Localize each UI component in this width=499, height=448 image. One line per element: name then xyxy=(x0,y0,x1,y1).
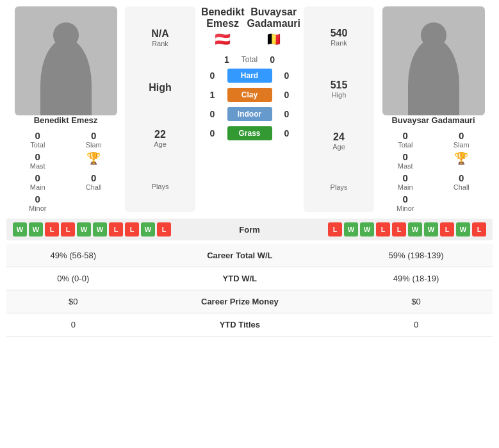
indoor-score-p1: 0 xyxy=(203,109,222,119)
stats-row: 0% (0-0) YTD W/L 49% (18-19) xyxy=(6,267,493,290)
stats-row: 49% (56-58) Career Total W/L 59% (198-13… xyxy=(6,244,493,267)
player1-plays-label: Plays xyxy=(152,183,169,190)
player1-rank-label: Rank xyxy=(151,40,169,47)
stats-table: 49% (56-58) Career Total W/L 59% (198-13… xyxy=(6,244,493,336)
player1-chall-label: Chall xyxy=(86,183,102,191)
player1-main-cell: 0 Main xyxy=(13,172,63,191)
stat-label-cell: YTD W/L xyxy=(140,267,340,290)
player2-avatar xyxy=(382,6,485,115)
stats-row: $0 Career Prize Money $0 xyxy=(6,290,493,313)
player1-slam-label: Slam xyxy=(86,141,102,149)
stat-p1-val: $0 xyxy=(6,290,140,313)
player2-slam-cell: 0 Slam xyxy=(437,130,487,149)
player2-age-label: Age xyxy=(332,143,345,151)
player1-age-label: Age xyxy=(154,140,167,148)
player1-total-value: 0 xyxy=(35,130,40,141)
form-badge-p2: L xyxy=(376,222,390,236)
player1-chall-value: 0 xyxy=(91,172,96,183)
stat-p1-val: 0 xyxy=(6,313,140,336)
player2-age-value: 24 xyxy=(332,131,345,143)
total-score-p1: 1 xyxy=(217,54,236,65)
grass-badge: Grass xyxy=(227,126,272,140)
player2-minor-value: 0 xyxy=(403,194,408,204)
stat-label-cell: YTD Titles xyxy=(140,313,340,336)
player2-name: Buvaysar Gadamauri xyxy=(391,115,475,125)
stat-p2-val: 0 xyxy=(339,313,493,336)
trophy-icon-2: 🏆 xyxy=(454,151,468,165)
clay-score-p2: 0 xyxy=(277,90,297,100)
player1-main-label: Main xyxy=(30,183,45,191)
player2-mast-cell: 0 Mast xyxy=(380,151,430,170)
player2-card: Buvaysar Gadamauri 0 Total 0 Slam 0 Mast… xyxy=(374,6,493,212)
form-section: WWLLWWLLWL Form LWWLLWWLWL xyxy=(6,219,493,240)
player1-rank-stat: N/A Rank xyxy=(151,28,169,47)
p1-center-name: Benedikt Emesz xyxy=(199,6,247,29)
player1-high-stat: High xyxy=(149,82,172,94)
form-badge-p1: W xyxy=(13,222,27,236)
player1-mast-cell: 0 Mast xyxy=(13,151,63,170)
hard-score-p2: 0 xyxy=(277,71,297,81)
player2-minor-cell: 0 Minor xyxy=(380,194,430,212)
player2-total-value: 0 xyxy=(403,130,408,141)
player1-minor-label: Minor xyxy=(29,204,47,212)
form-badge-p2: L xyxy=(328,222,342,236)
form-badge-p2: L xyxy=(392,222,406,236)
player1-name: Benedikt Emesz xyxy=(34,115,98,125)
player2-total-cell: 0 Total xyxy=(380,130,430,149)
player1-chall-cell: 0 Chall xyxy=(69,172,119,191)
player1-plays-stat: Plays xyxy=(152,183,169,190)
surface-rows: 0 Hard 0 1 Clay 0 0 Indoor 0 0 Grass xyxy=(199,69,300,140)
player2-middle-stats: 540 Rank 515 High 24 Age Plays xyxy=(304,6,374,212)
player1-total-cell: 0 Total xyxy=(13,130,63,149)
indoor-badge: Indoor xyxy=(227,107,272,121)
p1-flag: 🇦🇹 xyxy=(199,31,247,47)
form-badge-p1: W xyxy=(141,222,155,236)
players-section: Benedikt Emesz 0 Total 0 Slam 0 Mast 🏆 xyxy=(6,6,493,212)
player2-minor-label: Minor xyxy=(397,204,414,212)
player1-trophy-main: 🏆 xyxy=(69,151,119,170)
stats-row: 0 YTD Titles 0 xyxy=(6,313,493,336)
player2-chall-label: Chall xyxy=(454,183,470,191)
form-badge-p2: W xyxy=(408,222,422,236)
player1-mast-label: Mast xyxy=(30,162,45,170)
player1-high-value: High xyxy=(149,82,172,94)
trophy-icon-1: 🏆 xyxy=(86,151,101,165)
player2-age-stat: 24 Age xyxy=(332,131,345,151)
player1-slam-cell: 0 Slam xyxy=(69,130,119,149)
center-comparison: Benedikt Emesz 🇦🇹 Buvaysar Gadamauri 🇧🇪 … xyxy=(195,6,304,212)
match-container: Benedikt Emesz 0 Total 0 Slam 0 Mast 🏆 xyxy=(0,0,499,343)
grass-score-p2: 0 xyxy=(277,128,297,138)
player2-plays-label: Plays xyxy=(331,183,348,191)
player2-rank-value: 540 xyxy=(331,28,348,39)
player1-form: WWLLWWLLWL xyxy=(13,222,211,236)
stat-p1-val: 49% (56-58) xyxy=(6,244,140,267)
clay-score-p1: 1 xyxy=(203,90,222,100)
player1-minor-cell: 0 Minor xyxy=(13,194,63,212)
form-badge-p1: L xyxy=(109,222,123,236)
surface-row-hard: 0 Hard 0 xyxy=(199,69,300,83)
surface-row-indoor: 0 Indoor 0 xyxy=(199,107,300,121)
player2-high-value: 515 xyxy=(331,79,348,91)
form-badge-p2: W xyxy=(360,222,374,236)
total-label: Total xyxy=(241,55,258,64)
player2-high-stat: 515 High xyxy=(331,79,348,99)
form-badge-p1: L xyxy=(125,222,139,236)
player1-avatar xyxy=(15,6,117,115)
stat-label-cell: Career Total W/L xyxy=(140,244,340,267)
hard-score-p1: 0 xyxy=(203,71,222,81)
player1-rank-value: N/A xyxy=(151,28,169,40)
player2-mast-value: 0 xyxy=(403,151,408,162)
player2-main-label: Main xyxy=(398,183,413,191)
surface-row-clay: 1 Clay 0 xyxy=(199,88,300,102)
surface-row-grass: 0 Grass 0 xyxy=(199,126,300,140)
form-badge-p1: L xyxy=(45,222,59,236)
player2-rank-stat: 540 Rank xyxy=(331,28,348,47)
form-badge-p1: W xyxy=(93,222,107,236)
stat-p2-val: $0 xyxy=(339,290,493,313)
player2-mast-label: Mast xyxy=(398,162,413,170)
player2-form: LWWLLWWLWL xyxy=(288,222,487,236)
grass-score-p1: 0 xyxy=(203,128,222,138)
player2-rank-label: Rank xyxy=(331,39,348,47)
player1-age-stat: 22 Age xyxy=(154,129,167,148)
player1-slam-value: 0 xyxy=(91,130,96,141)
